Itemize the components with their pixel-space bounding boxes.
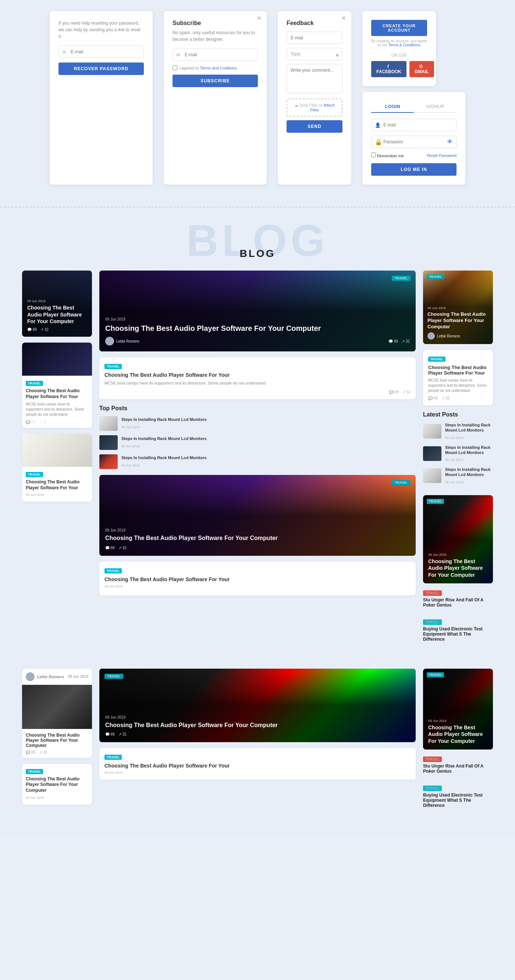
center-featured-card[interactable]: TRAVEL 09 Jun 2019 Choosing The Best Aud… [99, 270, 416, 352]
bottom-left-text-card[interactable]: TRAVEL Choosing The Best Audio Player So… [22, 764, 92, 805]
top-post-3-title: Steps In Installing Rack Mount Lcd Monit… [121, 455, 207, 460]
top-posts-section: Top Posts Steps In Installing Rack Mount… [99, 405, 416, 469]
subscribe-terms-text: I agreed to Terms and Coditions [180, 66, 237, 70]
right-featured-card[interactable]: TRAVEL 09 Jun 2019 Choosing The Best Aud… [423, 270, 493, 344]
subscribe-close-button[interactable]: ✕ [257, 15, 261, 22]
center-featured-2[interactable]: TRAVEL 09 Jun 2019 Choosing The Best Aud… [99, 475, 416, 556]
bottom-sidebar-item-2: TRAVEL Buying Used Electronic Test Equip… [423, 784, 493, 809]
left-article-card-2[interactable]: TRAVEL Choosing The Best Audio Player So… [22, 343, 92, 428]
bottom-tag-red: TRAVEL [423, 757, 442, 762]
bottom-right-dark-featured[interactable]: TRAVEL 09 Jun 2019 Choosing The Best Aud… [423, 669, 493, 749]
right-dark-featured[interactable]: TRAVEL 09 Jun 2019 Choosing The Best Aud… [423, 495, 493, 583]
right-white-shares: ↗ 32 [442, 396, 450, 400]
right-white-excerpt: MCSE boot camps have its supporters and … [428, 378, 488, 393]
feedback-topic-select[interactable]: Topic [287, 48, 343, 60]
sidebar-text-item-1: TRAVEL Stu Unger Rise And Fall Of A Poke… [423, 589, 493, 609]
latest-post-item-2[interactable]: Steps In Installing Rack Mount Lcd Monit… [423, 445, 493, 463]
remember-me-checkbox[interactable] [371, 153, 376, 158]
left-featured-meta: 💬 89 ↗ 32 [27, 328, 87, 332]
right-white-title: Choosing The Best Audio Player Software … [428, 365, 488, 375]
eye-icon[interactable]: 👁 [447, 138, 453, 145]
bottom-center-text-card[interactable]: TRAVEL Choosing The Best Audio Player So… [99, 748, 416, 780]
blog-layout: 09 Jun 2019 Choosing The Best Audio Play… [22, 270, 493, 647]
tab-signup[interactable]: SIGNUP [414, 101, 456, 112]
remember-row: Remember me Reset Password [371, 153, 456, 158]
center-featured-2-date: 09 Jun 2019 [105, 528, 410, 532]
latest-post-2-title: Steps In Installing Rack Mount Lcd Monit… [445, 445, 493, 455]
author-card-1-image [22, 685, 92, 729]
left-article-card-3[interactable]: TRAVEL Choosing The Best Audio Player So… [22, 434, 92, 502]
facebook-login-button[interactable]: f FACEBOOK [371, 61, 407, 77]
tag-red-1: TRAVEL [423, 590, 442, 596]
login-email-input[interactable] [371, 119, 456, 131]
latest-post-item-3[interactable]: Steps In Installing Rack Mount Lcd Monit… [423, 467, 493, 485]
top-post-item-2[interactable]: Steps In Installing Rack Mount Lcd Monit… [99, 435, 416, 450]
bottom-center-featured[interactable]: TRAVEL 09 Jun 2019 Choosing The Best Aud… [99, 669, 416, 742]
center-text-card-2[interactable]: TRAVEL Choosing The Best Audio Player So… [99, 562, 416, 595]
bottom-left-title: Choosing The Best Audio Player Software … [26, 776, 88, 794]
center-text-stats: 💬 89 ↗ 32 [389, 390, 411, 394]
latest-posts-title: Latest Posts [423, 411, 493, 418]
recover-email-input[interactable] [59, 46, 144, 58]
bottom-right-dark-overlay: 09 Jun 2019 Choosing The Best Audio Play… [423, 669, 493, 749]
latest-post-3-info: Steps In Installing Rack Mount Lcd Monit… [445, 467, 493, 485]
feedback-send-button[interactable]: SEND [287, 120, 343, 133]
center-featured-2-comments: 💬 89 [105, 546, 115, 550]
center-featured-author-name: Lettie Romero [116, 339, 139, 343]
login-button[interactable]: LOG ME IN [371, 163, 456, 176]
login-password-input[interactable] [371, 136, 456, 148]
tab-login[interactable]: LOGIN [371, 101, 414, 113]
center-text-card[interactable]: TRAVEL Choosing The Best Audio Player So… [99, 357, 416, 399]
recover-password-button[interactable]: RECOVER PASSWORD [59, 62, 144, 75]
login-email-group: 👤 [371, 119, 456, 131]
drop-label: Drop Files or [300, 103, 323, 107]
latest-post-item-1[interactable]: Steps In Installing Rack Mount Lcd Monit… [423, 422, 493, 441]
reset-password-link[interactable]: Reset Password [427, 153, 456, 158]
author-card-1-date: 09 Jun 2019 [68, 675, 88, 679]
left-article-2-image [22, 343, 92, 375]
bottom-left-date: 09 Jun 2019 [26, 796, 88, 800]
subscribe-email-input[interactable] [172, 49, 258, 61]
top-post-2-title: Steps In Installing Rack Mount Lcd Monit… [121, 436, 207, 441]
left-featured-card[interactable]: 09 Jun 2019 Choosing The Best Audio Play… [22, 270, 92, 337]
left-article-3-title: Choosing The Best Audio Player Software … [26, 479, 88, 491]
latest-post-2-thumb [423, 446, 442, 461]
center-text-meta: 💬 89 ↗ 32 [104, 390, 411, 394]
author-card-1-shares: ↗ 32 [39, 750, 47, 754]
author-card-1-comments: 💬 89 [26, 750, 35, 754]
center-text-excerpt: MCSE boot camps have its supporters and … [104, 380, 411, 387]
top-post-item-3[interactable]: Steps In Installing Rack Mount Lcd Monit… [99, 454, 416, 469]
top-post-item-1[interactable]: Steps In Installing Rack Mount Lcd Monit… [99, 416, 416, 431]
create-account-button[interactable]: CREATE YOUR ACCOUNT [371, 20, 427, 36]
feedback-email-input[interactable] [287, 32, 343, 44]
center-featured-shares: ↗ 32 [402, 339, 410, 343]
login-tabs: LOGIN SIGNUP [371, 101, 456, 113]
feedback-close-button[interactable]: ✕ [341, 15, 346, 22]
feedback-comment-textarea[interactable] [287, 64, 343, 93]
subscribe-terms-checkbox[interactable] [172, 65, 177, 70]
top-post-3-info: Steps In Installing Rack Mount Lcd Monit… [121, 455, 207, 468]
top-post-2-date: 09 Jun 2019 [121, 444, 140, 448]
left-article-2-shares: ↗ 32 [39, 420, 47, 424]
bottom-right-column: TRAVEL 09 Jun 2019 Choosing The Best Aud… [423, 669, 493, 813]
latest-post-1-info: Steps In Installing Rack Mount Lcd Monit… [445, 422, 493, 441]
latest-post-3-thumb [423, 468, 442, 483]
center-featured-date: 09 Jun 2019 [105, 317, 410, 321]
top-post-3-date: 09 Jun 2019 [121, 463, 140, 467]
author-card-1-title: Choosing The Best Audio Player Software … [26, 733, 88, 748]
right-white-card[interactable]: TRAVEL Choosing The Best Audio Player So… [423, 350, 493, 406]
bottom-center-shares: ↗ 32 [118, 732, 126, 736]
bottom-center-comments: 💬 89 [105, 732, 115, 736]
left-featured-title: Choosing The Best Audio Player Software … [27, 304, 87, 325]
latest-posts-section: Latest Posts Steps In Installing Rack Mo… [423, 411, 493, 489]
bottom-center-column: TRAVEL 09 Jun 2019 Choosing The Best Aud… [99, 669, 416, 813]
center-featured-2-meta: 💬 89 ↗ 32 [105, 546, 410, 550]
author-card-1[interactable]: Lettie Romero 09 Jun 2019 Choosing The B… [22, 669, 92, 758]
gmail-login-button[interactable]: G GMAIL [410, 61, 434, 77]
left-article-2-comments: 💬 89 [26, 420, 35, 424]
social-login-card: CREATE YOUR ACCOUNT By creating an accou… [362, 11, 436, 86]
subscribe-button[interactable]: SUBSCRIBE [172, 75, 258, 87]
terms-link[interactable]: Terms and Coditions [200, 66, 236, 70]
terms-conditions-link[interactable]: Terms & Conditions [389, 43, 421, 47]
login-user-icon: 👤 [375, 123, 381, 128]
